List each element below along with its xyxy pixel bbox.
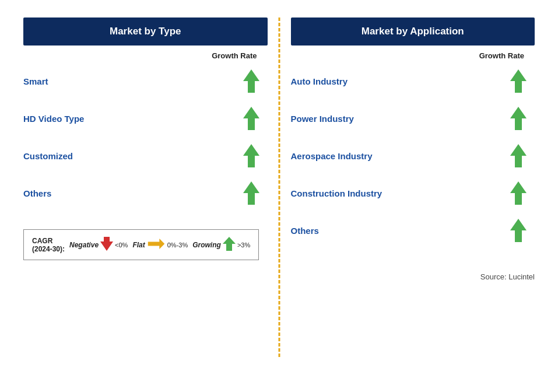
svg-marker-8 bbox=[510, 107, 527, 130]
svg-marker-2 bbox=[243, 144, 259, 167]
right-item-label-4: Construction Industry bbox=[291, 188, 382, 198]
left-item-label-3: Customized bbox=[23, 151, 73, 161]
cagr-label: CAGR(2024-30): bbox=[32, 237, 65, 253]
legend-negative: Negative <0% bbox=[69, 236, 128, 254]
right-panel: Market by Application Growth Rate Auto I… bbox=[279, 18, 547, 374]
green-up-arrow-r5 bbox=[509, 218, 528, 243]
green-up-arrow-3 bbox=[242, 143, 261, 169]
growing-range: >3% bbox=[237, 242, 250, 249]
right-panel-title: Market by Application bbox=[291, 18, 535, 46]
svg-marker-3 bbox=[243, 181, 259, 205]
svg-marker-0 bbox=[243, 69, 259, 93]
green-up-arrow-2 bbox=[242, 106, 261, 131]
left-item-label-4: Others bbox=[23, 188, 51, 198]
svg-marker-5 bbox=[148, 239, 164, 249]
source-text: Source: Lucintel bbox=[480, 272, 535, 281]
main-container: Market by Type Growth Rate Smart HD Vide… bbox=[0, 0, 558, 392]
svg-marker-9 bbox=[510, 144, 527, 167]
green-up-arrow-r1 bbox=[509, 68, 528, 94]
left-growth-rate-label: Growth Rate bbox=[212, 51, 257, 60]
dashed-divider bbox=[278, 18, 280, 357]
orange-right-arrow-icon bbox=[147, 237, 166, 253]
small-green-up-arrow-icon bbox=[223, 236, 236, 254]
left-item-row-1: Smart bbox=[23, 62, 268, 100]
right-item-row-4: Construction Industry bbox=[291, 174, 535, 212]
left-item-row-2: HD Video Type bbox=[23, 100, 268, 137]
legend-growing: Growing >3% bbox=[192, 236, 250, 254]
right-growth-rate-label: Growth Rate bbox=[479, 51, 524, 60]
svg-marker-7 bbox=[510, 69, 527, 93]
right-item-row-5: Others bbox=[291, 212, 535, 249]
left-item-label-2: HD Video Type bbox=[23, 114, 84, 124]
svg-marker-6 bbox=[223, 237, 236, 251]
right-item-label-2: Power Industry bbox=[291, 114, 354, 124]
left-panel: Market by Type Growth Rate Smart HD Vide… bbox=[12, 18, 279, 374]
green-up-arrow-r3 bbox=[509, 143, 528, 169]
left-panel-title: Market by Type bbox=[23, 18, 268, 46]
green-up-arrow-r2 bbox=[509, 106, 528, 131]
red-down-arrow-icon bbox=[100, 236, 113, 254]
right-item-label-5: Others bbox=[291, 226, 319, 236]
flat-range: 0%-3% bbox=[167, 242, 188, 249]
svg-marker-11 bbox=[510, 219, 527, 242]
negative-label: Negative bbox=[69, 241, 99, 249]
svg-marker-10 bbox=[510, 181, 527, 205]
right-item-label-3: Aerospace Industry bbox=[291, 151, 373, 161]
green-up-arrow-4 bbox=[242, 180, 261, 206]
right-item-label-1: Auto Industry bbox=[291, 76, 348, 86]
left-item-label-1: Smart bbox=[23, 76, 48, 86]
flat-label: Flat bbox=[132, 241, 145, 249]
right-item-row-1: Auto Industry bbox=[291, 62, 535, 100]
right-item-row-2: Power Industry bbox=[291, 100, 535, 137]
right-item-row-3: Aerospace Industry bbox=[291, 137, 535, 174]
green-up-arrow-r4 bbox=[509, 180, 528, 206]
green-up-arrow-1 bbox=[242, 68, 261, 94]
negative-range: <0% bbox=[115, 242, 128, 249]
growing-label: Growing bbox=[192, 241, 221, 249]
svg-marker-4 bbox=[100, 237, 113, 251]
legend-box: CAGR(2024-30): Negative <0% Flat 0%-3% bbox=[23, 229, 259, 260]
legend-flat: Flat 0%-3% bbox=[132, 237, 188, 253]
left-item-row-4: Others bbox=[23, 174, 268, 212]
left-item-row-3: Customized bbox=[23, 137, 268, 174]
svg-marker-1 bbox=[243, 107, 259, 130]
